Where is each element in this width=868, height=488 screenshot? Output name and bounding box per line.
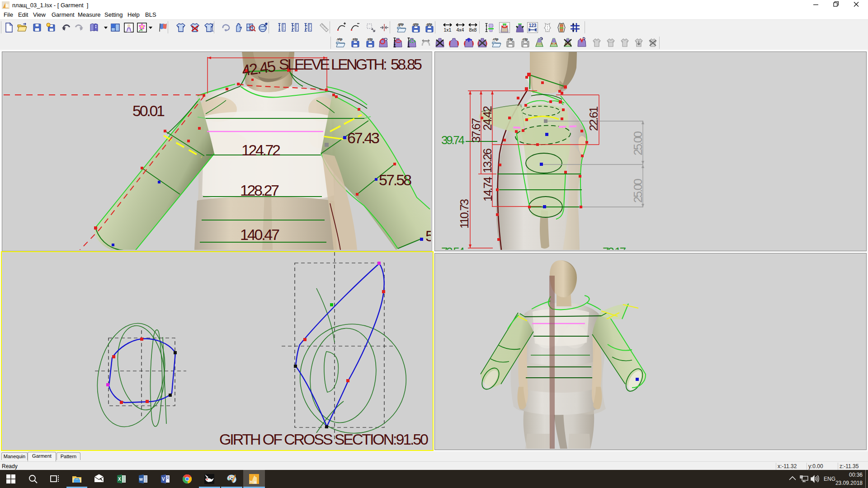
svg-text:57.58: 57.58 — [379, 171, 412, 188]
svg-text:73.54: 73.54 — [441, 245, 465, 250]
svg-text:140.47: 140.47 — [240, 226, 280, 243]
svg-text:.gtp: .gtp — [397, 22, 404, 26]
svg-text:.ctp: .ctp — [522, 37, 528, 41]
svg-text:.stp: .stp — [336, 37, 343, 41]
svg-text:.stp: .stp — [367, 37, 373, 41]
svg-text:5: 5 — [425, 227, 431, 244]
svg-text:GIRTH OF CROSS SECTION:91.50: GIRTH OF CROSS SECTION:91.50 — [219, 431, 429, 448]
svg-text:4x4: 4x4 — [457, 27, 464, 33]
svg-text:.gtp: .gtp — [426, 22, 432, 26]
svg-text:25.00: 25.00 — [631, 178, 645, 203]
svg-text:V: V — [162, 477, 165, 482]
svg-text:128.27: 128.27 — [240, 182, 279, 199]
svg-text:24.42: 24.42 — [481, 106, 494, 131]
svg-text:.gtp: .gtp — [412, 22, 419, 26]
svg-text:.ctp: .ctp — [492, 37, 499, 41]
svg-text:110.73: 110.73 — [458, 199, 471, 229]
svg-text:67.43: 67.43 — [347, 129, 380, 146]
svg-text:8x8: 8x8 — [469, 27, 477, 33]
svg-text:X: X — [118, 477, 121, 482]
svg-text:124.72: 124.72 — [241, 141, 281, 159]
svg-text:13.26: 13.26 — [481, 148, 494, 173]
svg-text:14.74: 14.74 — [481, 177, 495, 202]
svg-text:123: 123 — [529, 23, 537, 28]
svg-text:22.61: 22.61 — [587, 106, 600, 131]
svg-text:50.01: 50.01 — [132, 102, 165, 119]
svg-text:.stp: .stp — [352, 37, 358, 41]
svg-text:SLEEVE LENGTH: 58.85: SLEEVE LENGTH: 58.85 — [279, 56, 422, 73]
svg-text:1x1: 1x1 — [444, 27, 452, 33]
svg-text:.ctp: .ctp — [507, 37, 513, 41]
svg-text:w: w — [139, 477, 143, 482]
svg-text:72.17: 72.17 — [603, 245, 626, 250]
svg-text:39.74: 39.74 — [441, 133, 465, 147]
svg-text:25.00: 25.00 — [631, 131, 645, 155]
